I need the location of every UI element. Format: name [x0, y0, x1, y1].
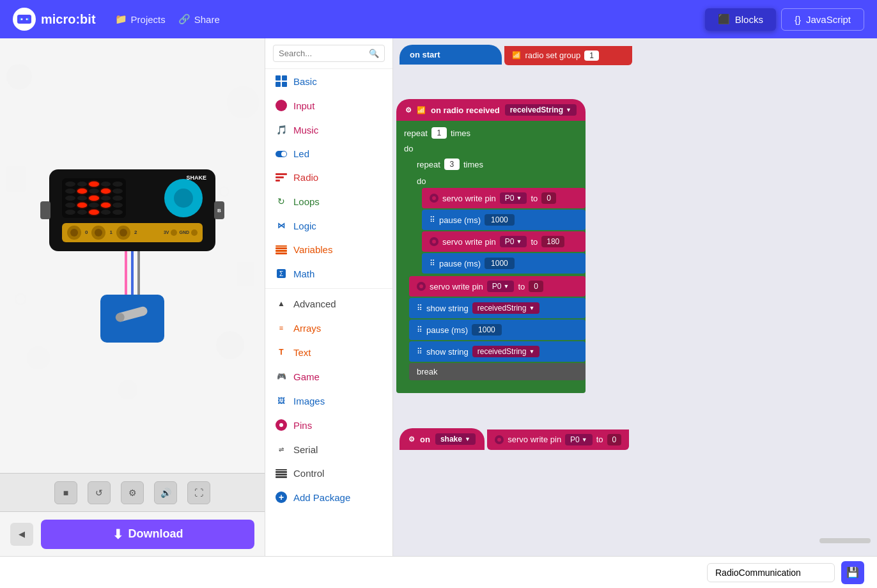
project-name-input[interactable] [707, 563, 835, 582]
toolbox-item-text[interactable]: T Text [265, 340, 392, 364]
on-shake-hat[interactable]: ⚙ on shake ▼ [400, 428, 485, 450]
shake-dropdown[interactable]: shake ▼ [435, 433, 476, 445]
to-label-1: to [531, 194, 538, 203]
on-radio-received-label: on radio received [431, 105, 500, 115]
servo-pin-dropdown-1[interactable]: P0 ▼ [500, 192, 527, 204]
pin-1[interactable] [91, 226, 105, 240]
pin-0[interactable] [67, 226, 81, 240]
projects-nav[interactable]: 📁 Projects [115, 13, 166, 25]
toolbox-item-radio[interactable]: Radio [265, 166, 392, 189]
received-string-1-dropdown[interactable]: receivedString ▼ [472, 302, 540, 314]
toolbox-item-game[interactable]: 🎮 Game [265, 364, 392, 389]
received-string-dropdown[interactable]: receivedString ▼ [505, 104, 577, 116]
show-string-1-label: show string [426, 304, 469, 313]
received-string-2-dropdown[interactable]: receivedString ▼ [472, 346, 540, 357]
servo-val-0-1[interactable]: 0 [541, 192, 556, 204]
servo-write-180-block[interactable]: servo write pin P0 ▼ to 180 [422, 231, 586, 252]
show-string-2-block[interactable]: ⠿ show string receivedString ▼ [409, 341, 586, 362]
servo-val-0-3[interactable]: 0 [529, 281, 543, 292]
save-button[interactable]: 💾 [841, 561, 864, 584]
pause-2-block[interactable]: ⠿ pause (ms) 1000 [422, 253, 586, 274]
blocks-button[interactable]: ⬛ Blocks [705, 8, 776, 31]
toolbox-item-pins[interactable]: Pins [265, 413, 392, 437]
servo-pin-dropdown-2[interactable]: P0 ▼ [500, 236, 527, 247]
javascript-button[interactable]: {} JavaScript [781, 8, 864, 31]
wires [49, 251, 215, 296]
text-label: Text [293, 347, 311, 358]
times-label: times [451, 128, 470, 138]
show-dots-icon-1: ⠿ [417, 304, 423, 313]
toolbox-item-serial[interactable]: ⇌ Serial [265, 437, 392, 461]
toolbox-item-images[interactable]: 🖼 Images [265, 389, 392, 413]
button-a[interactable] [40, 201, 50, 219]
toolbox-item-basic[interactable]: Basic [265, 69, 392, 93]
outer-repeat-container: repeat 1 times do repeat [396, 121, 586, 385]
button-b[interactable]: B [214, 201, 224, 219]
break-block[interactable]: break [409, 363, 586, 380]
repeat-3-row[interactable]: repeat 3 times [409, 155, 586, 174]
toolbox-item-input[interactable]: Input [265, 93, 392, 118]
download-icon: ⬇ [113, 527, 123, 542]
servo-write-outer-block[interactable]: servo write pin P0 ▼ to 0 [409, 276, 586, 297]
restart-button[interactable]: ↺ [88, 481, 111, 504]
chevron-up-icon: ▲ [276, 298, 287, 309]
shake-servo-block[interactable]: servo write pin P0 ▼ to 0 [487, 429, 629, 450]
arrays-label: Arrays [293, 323, 321, 334]
pause-3-block[interactable]: ⠿ pause (ms) 1000 [409, 320, 586, 340]
circle-icon [276, 100, 287, 111]
pause-1-block[interactable]: ⠿ pause (ms) 1000 [422, 210, 586, 230]
loop-icon: ↻ [276, 196, 287, 207]
servo-icon-3 [417, 282, 426, 291]
toolbox-item-add-package[interactable]: + Add Package [265, 485, 392, 509]
pause-1-val[interactable]: 1000 [485, 214, 515, 226]
basic-label: Basic [293, 76, 317, 87]
pause-3-label: pause (ms) [426, 325, 468, 335]
toolbox-item-arrays[interactable]: ≡ Arrays [265, 316, 392, 340]
on-radio-received-hat[interactable]: ⚙ 📶 on radio received receivedString ▼ [396, 99, 586, 121]
toolbox-item-math[interactable]: Σ Math [265, 261, 392, 286]
search-input[interactable] [279, 49, 365, 58]
shake-pin-dropdown[interactable]: P0 ▼ [565, 434, 593, 445]
radio-set-group-block[interactable]: 📶 radio set group 1 [504, 46, 632, 65]
workspace: on start 📶 radio set group 1 ⚙ 📶 [393, 38, 877, 556]
svg-point-8 [27, 346, 50, 369]
toolbox-item-control[interactable]: Control [265, 461, 392, 485]
share-nav[interactable]: 🔗 Share [178, 13, 220, 25]
toolbox-item-variables[interactable]: Variables [265, 238, 392, 261]
share-icon: 🔗 [178, 13, 190, 25]
on-start-hat[interactable]: on start [400, 45, 502, 65]
repeat-1-value[interactable]: 1 [431, 127, 447, 139]
toolbox-item-loops[interactable]: ↻ Loops [265, 189, 392, 213]
toolbox-item-advanced[interactable]: ▲ Advanced [265, 291, 392, 316]
shake-servo-val[interactable]: 0 [607, 434, 622, 445]
bottom-bar: 💾 [0, 556, 877, 588]
blocks-icon: ⬛ [718, 13, 730, 25]
fullscreen-button[interactable]: ⛶ [187, 481, 210, 504]
servo-val-180[interactable]: 180 [541, 236, 564, 247]
toolbox-item-logic[interactable]: ⋈ Logic [265, 213, 392, 238]
horizontal-scrollbar[interactable] [819, 538, 871, 543]
pause-3-val[interactable]: 1000 [472, 324, 502, 336]
stop-button[interactable]: ■ [54, 481, 77, 504]
servo-write-0-block[interactable]: servo write pin P0 ▼ to 0 [422, 188, 586, 208]
microbit-logo-circle [164, 179, 203, 217]
radio-set-group-label: radio set group [525, 50, 580, 60]
serial-label: Serial [293, 444, 318, 455]
back-button[interactable]: ◀ [10, 523, 33, 546]
restart-icon: ↺ [95, 488, 103, 498]
servo-pin-dropdown-3[interactable]: P0 ▼ [487, 281, 515, 292]
stop-icon: ■ [63, 488, 68, 498]
sound-button[interactable]: 🔊 [154, 481, 177, 504]
plus-icon: + [276, 491, 287, 503]
show-string-1-block[interactable]: ⠿ show string receivedString ▼ [409, 298, 586, 318]
repeat-3-value[interactable]: 3 [444, 159, 460, 170]
radio-group-value[interactable]: 1 [584, 50, 599, 61]
toolbox-item-led[interactable]: Led [265, 142, 392, 166]
pin-2[interactable] [116, 226, 130, 240]
settings-button[interactable]: ⚙ [121, 481, 144, 504]
toolbox-item-music[interactable]: 🎵 Music [265, 118, 392, 142]
download-button[interactable]: ⬇ Download [41, 520, 254, 549]
pause-2-val[interactable]: 1000 [485, 258, 515, 269]
repeat-1-row[interactable]: repeat 1 times [396, 123, 586, 143]
to-label-3: to [518, 282, 525, 291]
